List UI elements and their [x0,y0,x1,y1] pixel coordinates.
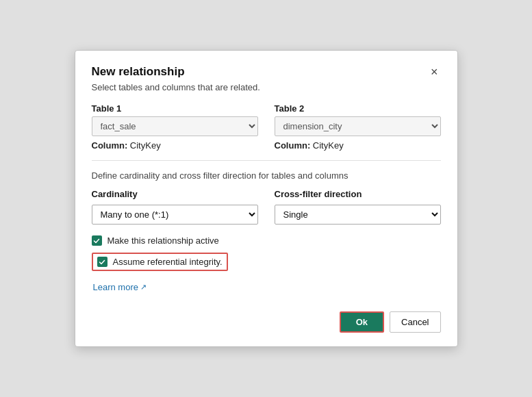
learn-more-icon: ↗ [140,283,147,292]
active-checkbox-row: Make this relationship active [92,235,441,246]
cardinality-label: Cardinality [92,189,258,199]
integrity-checkbox[interactable] [97,257,107,267]
table2-column-value: CityKey [313,140,344,151]
section-desc: Define cardinality and cross filter dire… [92,170,441,181]
cancel-button[interactable]: Cancel [390,311,440,333]
learn-more-label: Learn more [93,282,138,292]
cardinality-group: Cardinality Many to one (*:1) [92,189,258,225]
integrity-checkbox-row: Assume referential integrity. [92,253,228,271]
footer-row: Ok Cancel [92,311,441,333]
crossfilter-select[interactable]: Single [275,205,441,225]
table2-select[interactable]: dimension_city [275,116,441,136]
integrity-checkbox-wrapper: Assume referential integrity. [92,253,441,277]
table1-column-label: Column: [92,140,128,151]
dialog-header: New relationship × [92,64,441,79]
table1-group: Table 1 fact_sale Column: CityKey [92,103,258,151]
section-divider [92,160,441,161]
crossfilter-group: Cross-filter direction Single [275,189,441,225]
cardinality-select[interactable]: Many to one (*:1) [92,205,258,225]
table2-group: Table 2 dimension_city Column: CityKey [275,103,441,151]
table2-column-label: Column: [275,140,311,151]
close-button[interactable]: × [428,64,441,79]
dialog-subtitle: Select tables and columns that are relat… [92,82,441,92]
integrity-checkbox-label: Assume referential integrity. [113,257,223,267]
table2-column: Column: CityKey [275,140,441,151]
cardinality-row: Cardinality Many to one (*:1) Cross-filt… [92,189,441,225]
tables-row: Table 1 fact_sale Column: CityKey Table … [92,103,441,151]
table1-label: Table 1 [92,103,258,114]
learn-more-link[interactable]: Learn more ↗ [93,282,147,292]
dialog-title: New relationship [92,65,185,79]
active-checkbox[interactable] [92,235,102,246]
table1-column-value: CityKey [130,140,161,151]
ok-button[interactable]: Ok [340,311,384,333]
active-checkbox-label: Make this relationship active [107,235,219,246]
new-relationship-dialog: New relationship × Select tables and col… [75,50,458,347]
table1-column: Column: CityKey [92,140,258,151]
crossfilter-label: Cross-filter direction [275,189,441,199]
table1-select[interactable]: fact_sale [92,116,258,136]
table2-label: Table 2 [275,103,441,114]
